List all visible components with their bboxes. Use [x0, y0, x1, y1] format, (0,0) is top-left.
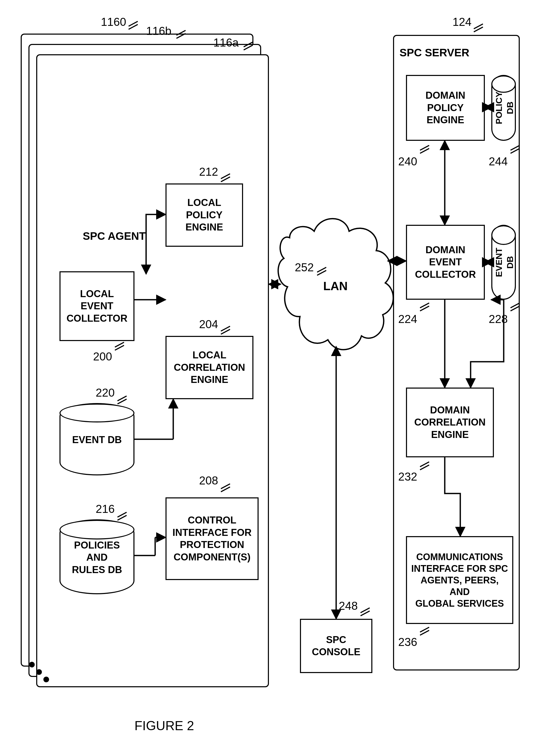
db-label: EVENT DB — [72, 432, 122, 446]
db-label: POLICIES AND RULES DB — [72, 538, 122, 576]
connectors — [0, 0, 535, 756]
db-label: POLICY DB — [492, 92, 515, 124]
db-label: EVENT DB — [492, 248, 515, 277]
